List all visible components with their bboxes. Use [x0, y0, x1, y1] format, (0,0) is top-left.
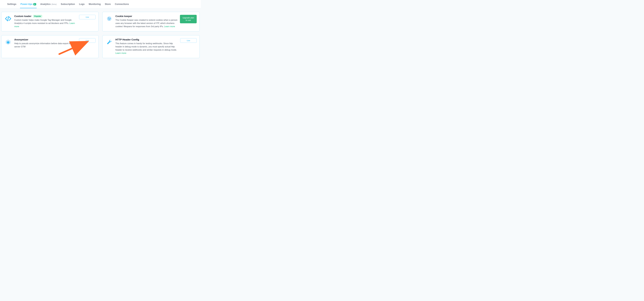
card-body: Cookie keeper The Cookie Keeper was crea…	[116, 15, 178, 28]
use-button[interactable]: Use	[79, 15, 96, 19]
tab-connections[interactable]: Connections	[114, 2, 130, 8]
cookie-icon	[105, 15, 113, 22]
card-title: HTTP Header Config	[116, 38, 139, 41]
tab-logs[interactable]: Logs	[78, 2, 85, 8]
learn-more-link[interactable]: Learn more	[116, 52, 126, 54]
popular-badge: Popular	[33, 15, 42, 18]
tab-label: Power-Ups	[20, 3, 32, 5]
page: Settings Power-Ups 6 Analytics (Beta) Su…	[0, 0, 201, 62]
learn-more-link[interactable]: Learn more	[164, 25, 175, 27]
card-desc-text: Custom loader helps make Google Tag Mana…	[14, 19, 72, 24]
tab-label: Analytics	[40, 3, 50, 5]
svg-point-1	[107, 16, 112, 21]
tab-settings[interactable]: Settings	[7, 2, 17, 8]
card-http-header-config: HTTP Header Config This feature comes in…	[102, 35, 200, 58]
card-description: Custom loader helps make Google Tag Mana…	[14, 18, 77, 28]
card-body: Anonymizer Help to pseudo anonymize info…	[14, 38, 77, 48]
upgrade-button[interactable]: Upgrade plan to use	[180, 15, 197, 23]
tab-bar: Settings Power-Ups 6 Analytics (Beta) Su…	[0, 0, 201, 8]
tab-label: Monitoring	[89, 3, 101, 5]
tab-power-ups[interactable]: Power-Ups 6	[20, 2, 37, 8]
card-description: Help to pseudo anonymize information bef…	[14, 42, 77, 48]
card-description: This feature comes in handy for testing …	[116, 42, 178, 55]
code-icon	[4, 15, 12, 22]
wrench-icon	[105, 38, 113, 46]
tab-label: Connections	[115, 3, 129, 5]
card-title: Anonymizer	[14, 38, 28, 41]
card-body: Custom loader Popular Custom loader help…	[14, 15, 77, 28]
tab-label: Store	[105, 3, 111, 5]
use-button[interactable]: Use	[180, 38, 197, 43]
card-body: HTTP Header Config This feature comes in…	[116, 38, 178, 55]
svg-point-2	[108, 18, 109, 18]
tab-store[interactable]: Store	[104, 2, 111, 8]
card-title: Cookie keeper	[116, 15, 132, 18]
tab-subscription[interactable]: Subscription	[60, 2, 76, 8]
svg-line-0	[8, 16, 9, 21]
card-desc-text: Help to pseudo anonymize information bef…	[14, 42, 71, 48]
card-description: The Cookie Keeper was created to extend …	[116, 18, 178, 28]
tab-label: Logs	[79, 3, 84, 5]
svg-point-4	[109, 19, 110, 20]
card-cookie-keeper: Cookie keeper The Cookie Keeper was crea…	[102, 12, 200, 31]
tab-monitoring[interactable]: Monitoring	[88, 2, 101, 8]
tab-suffix: (Beta)	[52, 3, 57, 5]
card-custom-loader: Custom loader Popular Custom loader help…	[1, 12, 98, 31]
card-grid: Custom loader Popular Custom loader help…	[0, 8, 201, 58]
card-anonymizer: Anonymizer Help to pseudo anonymize info…	[1, 35, 98, 58]
tab-analytics[interactable]: Analytics (Beta)	[40, 2, 57, 8]
tab-label: Settings	[7, 3, 16, 5]
use-button[interactable]: Use	[79, 38, 96, 43]
card-desc-text: This feature comes in handy for testing …	[116, 42, 177, 51]
card-title: Custom loader	[14, 15, 32, 18]
hexagon-icon	[4, 38, 12, 46]
svg-point-3	[110, 18, 110, 19]
tab-label: Subscription	[61, 3, 75, 5]
tab-badge: 6	[33, 3, 36, 5]
